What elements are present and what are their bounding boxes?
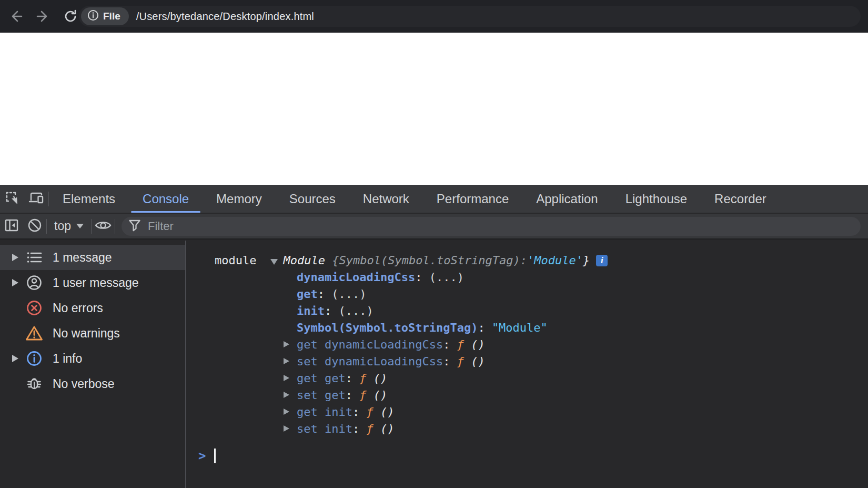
context-selector[interactable]: top xyxy=(47,219,91,233)
list-icon xyxy=(25,251,43,264)
property-row: Symbol(Symbol.toStringTag): "Module" xyxy=(186,320,868,336)
scheme-chip-label: File xyxy=(103,11,120,22)
sidebar-item-messages[interactable]: 1 message xyxy=(0,245,185,270)
page-content xyxy=(0,33,868,185)
sidebar-item-label: 1 info xyxy=(53,352,82,366)
expand-arrow-icon[interactable] xyxy=(284,425,289,432)
prompt-chevron-icon: > xyxy=(198,449,206,463)
collapse-arrow-icon[interactable] xyxy=(270,259,278,265)
expand-arrow-icon[interactable] xyxy=(284,392,289,398)
reload-icon xyxy=(64,9,77,23)
sidebar-item-info[interactable]: 1 info xyxy=(0,346,185,371)
back-arrow-icon xyxy=(9,9,23,23)
getter-row: get dynamicLoadingCss: ƒ () xyxy=(186,336,868,353)
tab-lighthouse[interactable]: Lighthouse xyxy=(612,185,701,213)
address-bar: File /Users/bytedance/Desktop/index.html xyxy=(0,0,868,33)
sidebar-item-label: No warnings xyxy=(53,326,120,341)
console-message-row: module Module {Symbol(Symbol.toStringTag… xyxy=(186,252,868,269)
tab-memory[interactable]: Memory xyxy=(203,185,276,213)
user-icon xyxy=(25,274,43,291)
sidebar-item-warnings[interactable]: No warnings xyxy=(0,321,185,346)
clear-console-button[interactable] xyxy=(23,216,46,237)
expand-arrow-icon[interactable] xyxy=(12,355,18,362)
eye-icon xyxy=(94,218,112,234)
object-preview-close: } xyxy=(583,252,590,269)
scheme-chip[interactable]: File xyxy=(81,7,129,25)
text-cursor xyxy=(214,449,216,463)
bug-icon xyxy=(25,375,43,392)
getter-row: set get: ƒ () xyxy=(186,387,868,404)
sidebar-item-user-messages[interactable]: 1 user message xyxy=(0,270,185,295)
toggle-console-sidebar-button[interactable] xyxy=(0,216,23,237)
object-preview-string: 'Module' xyxy=(527,252,583,269)
property-row: dynamicLoadingCss: (...) xyxy=(186,269,868,286)
console-output[interactable]: module Module {Symbol(Symbol.toStringTag… xyxy=(186,241,868,488)
back-button[interactable] xyxy=(4,5,27,28)
device-toolbar-icon xyxy=(28,191,44,207)
getter-row: get init: ƒ () xyxy=(186,404,868,421)
expand-arrow-icon[interactable] xyxy=(284,358,289,364)
expand-arrow-icon[interactable] xyxy=(284,409,289,415)
tab-application[interactable]: Application xyxy=(522,185,611,213)
console-toolbar: top xyxy=(0,214,868,240)
tab-sources[interactable]: Sources xyxy=(276,185,349,213)
chevron-down-icon xyxy=(76,224,84,228)
tab-performance[interactable]: Performance xyxy=(423,185,522,213)
context-selector-value: top xyxy=(54,219,71,233)
console-info-badge-icon[interactable]: i xyxy=(596,255,608,266)
console-prompt[interactable]: > xyxy=(186,447,868,465)
console-body: 1 message 1 user message xyxy=(0,241,868,488)
object-class: Module xyxy=(283,252,325,269)
forward-button[interactable] xyxy=(32,5,55,28)
expand-arrow-icon[interactable] xyxy=(284,341,289,347)
inspect-cursor-icon xyxy=(5,191,19,207)
logged-variable: module xyxy=(215,252,256,269)
getter-row: set init: ƒ () xyxy=(186,421,868,437)
expand-arrow-icon[interactable] xyxy=(284,375,289,381)
getter-row: set dynamicLoadingCss: ƒ () xyxy=(186,353,868,370)
tab-recorder[interactable]: Recorder xyxy=(701,185,780,213)
object-preview: {Symbol(Symbol.toStringTag): xyxy=(325,252,527,269)
filter-funnel-icon xyxy=(128,218,142,234)
info-icon xyxy=(87,9,99,24)
toolbar-divider xyxy=(115,219,115,234)
forward-arrow-icon xyxy=(36,9,50,23)
expand-arrow-icon[interactable] xyxy=(12,279,18,286)
omnibox[interactable]: File /Users/bytedance/Desktop/index.html xyxy=(79,6,861,27)
live-expression-button[interactable] xyxy=(92,216,115,237)
warning-icon xyxy=(25,325,43,341)
getter-row: get get: ƒ () xyxy=(186,370,868,387)
devtools-tabbar: Elements Console Memory Sources Network … xyxy=(0,185,868,213)
toggle-device-toolbar-button[interactable] xyxy=(24,185,48,213)
tab-console[interactable]: Console xyxy=(129,185,203,213)
sidebar-item-label: No errors xyxy=(53,301,103,315)
sidebar-item-label: No verbose xyxy=(53,377,115,391)
error-icon xyxy=(25,300,43,316)
sidebar-item-label: 1 user message xyxy=(53,276,139,290)
filter-input[interactable] xyxy=(148,220,306,233)
sidebar-panel-icon xyxy=(4,218,19,234)
tab-network[interactable]: Network xyxy=(349,185,423,213)
filter-box[interactable] xyxy=(122,217,861,236)
property-row: get: (...) xyxy=(186,286,868,303)
sidebar-item-errors[interactable]: No errors xyxy=(0,295,185,321)
info-icon xyxy=(25,350,43,367)
url-text: /Users/bytedance/Desktop/index.html xyxy=(136,11,314,23)
tab-elements[interactable]: Elements xyxy=(49,185,129,213)
devtools-panel: Elements Console Memory Sources Network … xyxy=(0,185,868,488)
property-row: init: (...) xyxy=(186,303,868,320)
console-sidebar: 1 message 1 user message xyxy=(0,241,186,488)
inspect-element-button[interactable] xyxy=(0,185,24,213)
clear-console-icon xyxy=(27,218,42,235)
sidebar-item-label: 1 message xyxy=(53,251,112,265)
sidebar-item-verbose[interactable]: No verbose xyxy=(0,371,185,396)
expand-arrow-icon[interactable] xyxy=(12,254,18,261)
